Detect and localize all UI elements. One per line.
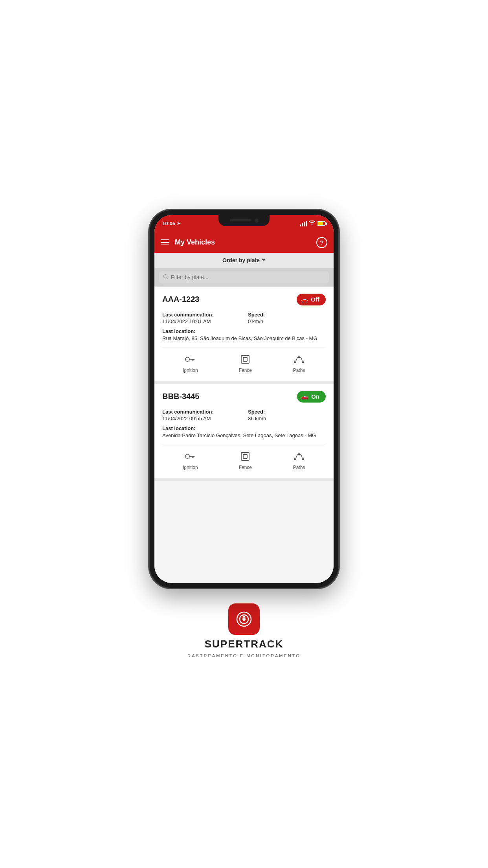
paths-icon — [293, 450, 305, 463]
communication-value: 11/04/2022 10:01 AM — [162, 318, 240, 324]
status-label: Off — [311, 296, 319, 303]
status-right — [300, 221, 326, 226]
header-title: My Vehicles — [175, 238, 311, 246]
svg-rect-16 — [243, 454, 247, 458]
fence-icon — [239, 450, 251, 463]
speed-value: 0 km/h — [248, 318, 326, 324]
brand-tagline: RASTREAMENTO E MONITORAMENTO — [187, 653, 301, 658]
location-label: Last location: — [162, 425, 326, 431]
speed-label: Speed: — [248, 409, 326, 415]
vehicle-card: BBB-3445 🚗 On Last communication: 11/04/… — [154, 384, 334, 481]
search-input[interactable] — [171, 274, 325, 280]
camera — [255, 219, 259, 223]
app-header: My Vehicles ? — [154, 232, 334, 253]
svg-line-1 — [167, 278, 169, 279]
order-by-plate-button[interactable]: Order by plate — [222, 257, 266, 263]
paths-icon — [293, 353, 305, 366]
brand-name: SUPERTRACK — [205, 638, 284, 650]
location-section: Last location: Avenida Padre Tarcísio Go… — [162, 425, 326, 439]
search-input-wrap — [159, 271, 329, 283]
svg-point-2 — [185, 357, 189, 361]
signal-bars-icon — [300, 221, 307, 226]
status-badge: 🚗 Off — [297, 294, 326, 305]
fence-icon — [239, 353, 251, 366]
app-content[interactable]: Order by plate — [154, 253, 334, 583]
phone-screen: 10:05 ➤ — [154, 215, 334, 583]
info-grid: Last communication: 11/04/2022 09:55 AM … — [162, 409, 326, 421]
svg-point-11 — [185, 454, 189, 458]
status-label: On — [311, 393, 319, 400]
phone-frame: 10:05 ➤ — [150, 210, 338, 588]
paths-button[interactable]: Paths — [285, 448, 313, 472]
menu-icon[interactable] — [161, 239, 169, 246]
communication-value: 11/04/2022 09:55 AM — [162, 416, 240, 421]
location-arrow-icon: ➤ — [177, 221, 180, 226]
fence-label: Fence — [239, 465, 252, 470]
fence-button[interactable]: Fence — [231, 448, 260, 472]
communication-col: Last communication: 11/04/2022 10:01 AM — [162, 312, 240, 324]
fence-label: Fence — [239, 368, 252, 373]
battery-icon — [317, 221, 326, 226]
speed-label: Speed: — [248, 312, 326, 318]
ignition-icon — [184, 450, 196, 463]
communication-label: Last communication: — [162, 409, 240, 415]
order-bar: Order by plate — [154, 253, 334, 268]
speed-col: Speed: 36 km/h — [248, 409, 326, 421]
search-bar — [154, 268, 334, 287]
search-icon — [163, 274, 169, 281]
paths-label: Paths — [293, 368, 305, 373]
svg-rect-7 — [243, 357, 247, 361]
action-row: Ignition Fence — [162, 445, 326, 474]
location-value: Avenida Padre Tarcísio Gonçalves, Sete L… — [162, 432, 326, 439]
chevron-down-icon — [262, 259, 266, 261]
status-bar: 10:05 ➤ — [154, 215, 334, 232]
communication-label: Last communication: — [162, 312, 240, 318]
logo-icon — [228, 603, 260, 635]
wifi-icon — [309, 221, 315, 226]
fence-button[interactable]: Fence — [231, 351, 260, 375]
speaker — [230, 219, 251, 221]
card-header: BBB-3445 🚗 On — [162, 391, 326, 403]
paths-button[interactable]: Paths — [285, 351, 313, 375]
svg-rect-6 — [241, 355, 249, 363]
paths-label: Paths — [293, 465, 305, 470]
status-time: 10:05 ➤ — [162, 221, 180, 226]
svg-point-22 — [242, 618, 246, 621]
ignition-icon — [184, 353, 196, 366]
vehicle-plate: BBB-3445 — [162, 392, 199, 401]
car-icon: 🚗 — [301, 393, 308, 400]
location-section: Last location: Rua Marajó, 85, São Joaqu… — [162, 328, 326, 342]
car-icon: 🚗 — [301, 296, 308, 303]
location-value: Rua Marajó, 85, São Joaquim de Bicas, Sã… — [162, 335, 326, 342]
vehicle-plate: AAA-1223 — [162, 295, 199, 304]
speed-col: Speed: 0 km/h — [248, 312, 326, 324]
help-icon[interactable]: ? — [316, 237, 327, 248]
communication-col: Last communication: 11/04/2022 09:55 AM — [162, 409, 240, 421]
ignition-button[interactable]: Ignition — [175, 448, 206, 472]
card-header: AAA-1223 🚗 Off — [162, 294, 326, 305]
logo-section: SUPERTRACK RASTREAMENTO E MONITORAMENTO — [187, 603, 301, 658]
ignition-button[interactable]: Ignition — [175, 351, 206, 375]
status-badge: 🚗 On — [297, 391, 326, 403]
ignition-label: Ignition — [183, 465, 198, 470]
info-grid: Last communication: 11/04/2022 10:01 AM … — [162, 312, 326, 324]
vehicle-card: AAA-1223 🚗 Off Last communication: 11/04… — [154, 287, 334, 384]
page-wrapper: 10:05 ➤ — [0, 0, 488, 868]
notch — [218, 215, 270, 226]
action-row: Ignition Fence — [162, 348, 326, 377]
svg-rect-15 — [241, 452, 249, 460]
ignition-label: Ignition — [183, 368, 198, 373]
location-label: Last location: — [162, 328, 326, 334]
speed-value: 36 km/h — [248, 416, 326, 421]
